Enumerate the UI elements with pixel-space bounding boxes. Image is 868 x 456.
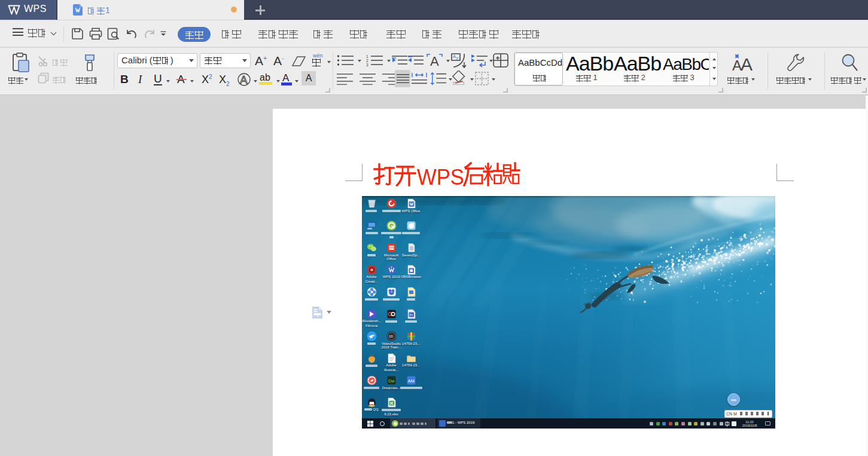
svg-text:Dw: Dw <box>388 379 395 383</box>
svg-text:A: A <box>741 54 753 72</box>
svg-text:A: A <box>430 54 439 68</box>
svg-text:2: 2 <box>366 59 368 63</box>
svg-text:Z: Z <box>456 56 459 62</box>
svg-text:AM: AM <box>408 378 415 384</box>
svg-text:3: 3 <box>366 63 368 67</box>
svg-text:A: A <box>240 74 248 86</box>
svg-text:sb: sb <box>389 334 393 338</box>
svg-text:Pr: Pr <box>410 313 413 317</box>
svg-text:WPS: WPS <box>417 165 464 189</box>
